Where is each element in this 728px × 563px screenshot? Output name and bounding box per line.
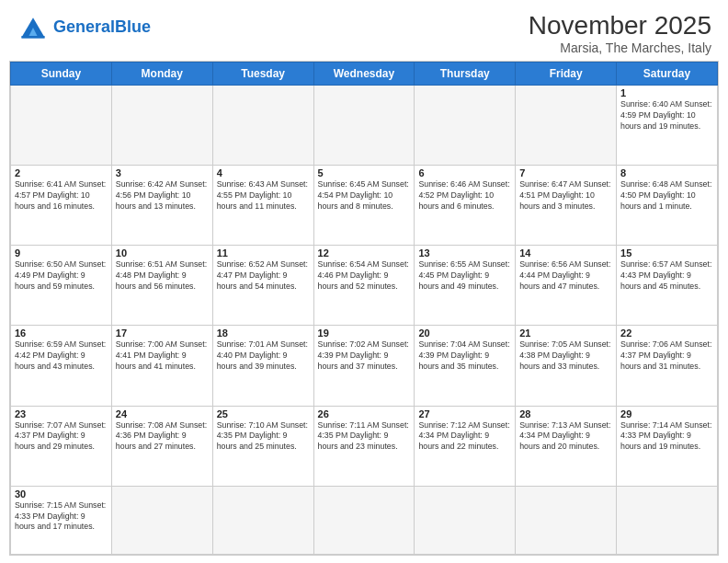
day-info: Sunrise: 6:46 AM Sunset: 4:52 PM Dayligh… bbox=[418, 179, 511, 213]
logo: GeneralBlue bbox=[17, 11, 151, 44]
cal-cell: 25Sunrise: 7:10 AM Sunset: 4:35 PM Dayli… bbox=[212, 406, 313, 486]
cal-cell: 14Sunrise: 6:56 AM Sunset: 4:44 PM Dayli… bbox=[516, 246, 617, 326]
day-info: Sunrise: 6:48 AM Sunset: 4:50 PM Dayligh… bbox=[620, 179, 713, 213]
day-header-thursday: Thursday bbox=[415, 63, 516, 86]
day-number: 7 bbox=[519, 167, 612, 178]
cal-cell: 12Sunrise: 6:54 AM Sunset: 4:46 PM Dayli… bbox=[313, 246, 415, 326]
cal-cell bbox=[617, 486, 718, 554]
day-info: Sunrise: 6:43 AM Sunset: 4:55 PM Dayligh… bbox=[217, 179, 310, 213]
day-info: Sunrise: 7:15 AM Sunset: 4:33 PM Dayligh… bbox=[15, 500, 108, 534]
day-header-saturday: Saturday bbox=[617, 63, 718, 86]
day-info: Sunrise: 6:45 AM Sunset: 4:54 PM Dayligh… bbox=[318, 179, 411, 213]
cal-cell: 7Sunrise: 6:47 AM Sunset: 4:51 PM Daylig… bbox=[516, 166, 617, 246]
logo-text: GeneralBlue bbox=[53, 18, 151, 37]
day-info: Sunrise: 7:06 AM Sunset: 4:37 PM Dayligh… bbox=[620, 339, 713, 373]
cal-cell: 16Sunrise: 6:59 AM Sunset: 4:42 PM Dayli… bbox=[11, 326, 112, 406]
day-number: 5 bbox=[318, 167, 411, 178]
cal-cell: 22Sunrise: 7:06 AM Sunset: 4:37 PM Dayli… bbox=[617, 326, 718, 406]
cal-cell: 13Sunrise: 6:55 AM Sunset: 4:45 PM Dayli… bbox=[415, 246, 516, 326]
day-number: 28 bbox=[519, 408, 612, 419]
cal-cell: 2Sunrise: 6:41 AM Sunset: 4:57 PM Daylig… bbox=[11, 166, 112, 246]
cal-cell bbox=[516, 486, 617, 554]
day-info: Sunrise: 6:56 AM Sunset: 4:44 PM Dayligh… bbox=[519, 259, 612, 293]
day-info: Sunrise: 7:11 AM Sunset: 4:35 PM Dayligh… bbox=[318, 420, 411, 454]
cal-cell: 30Sunrise: 7:15 AM Sunset: 4:33 PM Dayli… bbox=[11, 486, 112, 554]
cal-cell: 18Sunrise: 7:01 AM Sunset: 4:40 PM Dayli… bbox=[212, 326, 313, 406]
header: GeneralBlue November 2025 Marsia, The Ma… bbox=[0, 0, 728, 61]
day-info: Sunrise: 7:07 AM Sunset: 4:37 PM Dayligh… bbox=[15, 420, 108, 454]
week-row-1: 2Sunrise: 6:41 AM Sunset: 4:57 PM Daylig… bbox=[11, 166, 718, 246]
cal-cell bbox=[415, 86, 516, 166]
calendar: SundayMondayTuesdayWednesdayThursdayFrid… bbox=[9, 61, 719, 556]
cal-cell: 5Sunrise: 6:45 AM Sunset: 4:54 PM Daylig… bbox=[313, 166, 415, 246]
day-number: 27 bbox=[418, 408, 511, 419]
cal-cell bbox=[111, 486, 212, 554]
day-info: Sunrise: 6:41 AM Sunset: 4:57 PM Dayligh… bbox=[15, 179, 108, 213]
day-number: 26 bbox=[318, 408, 411, 419]
day-number: 22 bbox=[620, 327, 713, 339]
day-info: Sunrise: 7:10 AM Sunset: 4:35 PM Dayligh… bbox=[217, 420, 310, 454]
day-info: Sunrise: 6:54 AM Sunset: 4:46 PM Dayligh… bbox=[318, 259, 411, 293]
day-header-wednesday: Wednesday bbox=[313, 63, 415, 86]
cal-cell: 19Sunrise: 7:02 AM Sunset: 4:39 PM Dayli… bbox=[313, 326, 415, 406]
day-info: Sunrise: 6:55 AM Sunset: 4:45 PM Dayligh… bbox=[418, 259, 511, 293]
day-number: 20 bbox=[418, 327, 511, 339]
cal-table: SundayMondayTuesdayWednesdayThursdayFrid… bbox=[10, 62, 718, 555]
day-number: 3 bbox=[116, 167, 209, 178]
day-header-row: SundayMondayTuesdayWednesdayThursdayFrid… bbox=[11, 63, 718, 86]
day-info: Sunrise: 7:02 AM Sunset: 4:39 PM Dayligh… bbox=[318, 339, 411, 373]
day-header-tuesday: Tuesday bbox=[212, 63, 313, 86]
cal-cell bbox=[313, 86, 415, 166]
day-number: 19 bbox=[318, 327, 411, 339]
page: GeneralBlue November 2025 Marsia, The Ma… bbox=[0, 0, 728, 563]
week-row-2: 9Sunrise: 6:50 AM Sunset: 4:49 PM Daylig… bbox=[11, 246, 718, 326]
day-header-sunday: Sunday bbox=[11, 63, 112, 86]
cal-cell: 15Sunrise: 6:57 AM Sunset: 4:43 PM Dayli… bbox=[617, 246, 718, 326]
day-number: 16 bbox=[15, 327, 108, 339]
day-number: 25 bbox=[217, 408, 310, 419]
day-number: 15 bbox=[620, 247, 713, 259]
month-year: November 2025 bbox=[529, 11, 711, 40]
logo-blue: Blue bbox=[115, 17, 151, 36]
cal-cell: 20Sunrise: 7:04 AM Sunset: 4:39 PM Dayli… bbox=[415, 326, 516, 406]
cal-cell: 1Sunrise: 6:40 AM Sunset: 4:59 PM Daylig… bbox=[617, 86, 718, 166]
week-row-4: 23Sunrise: 7:07 AM Sunset: 4:37 PM Dayli… bbox=[11, 406, 718, 486]
cal-cell bbox=[212, 86, 313, 166]
svg-rect-2 bbox=[21, 36, 44, 39]
cal-cell: 9Sunrise: 6:50 AM Sunset: 4:49 PM Daylig… bbox=[11, 246, 112, 326]
week-row-0: 1Sunrise: 6:40 AM Sunset: 4:59 PM Daylig… bbox=[11, 86, 718, 166]
cal-cell: 23Sunrise: 7:07 AM Sunset: 4:37 PM Dayli… bbox=[11, 406, 112, 486]
day-info: Sunrise: 7:01 AM Sunset: 4:40 PM Dayligh… bbox=[217, 339, 310, 373]
day-info: Sunrise: 7:04 AM Sunset: 4:39 PM Dayligh… bbox=[418, 339, 511, 373]
day-info: Sunrise: 6:52 AM Sunset: 4:47 PM Dayligh… bbox=[217, 259, 310, 293]
location: Marsia, The Marches, Italy bbox=[529, 40, 711, 55]
cal-cell bbox=[212, 486, 313, 554]
day-info: Sunrise: 6:50 AM Sunset: 4:49 PM Dayligh… bbox=[15, 259, 108, 293]
day-number: 24 bbox=[116, 408, 209, 419]
day-info: Sunrise: 6:59 AM Sunset: 4:42 PM Dayligh… bbox=[15, 339, 108, 373]
cal-cell: 4Sunrise: 6:43 AM Sunset: 4:55 PM Daylig… bbox=[212, 166, 313, 246]
day-header-friday: Friday bbox=[516, 63, 617, 86]
cal-cell: 17Sunrise: 7:00 AM Sunset: 4:41 PM Dayli… bbox=[111, 326, 212, 406]
cal-cell bbox=[415, 486, 516, 554]
day-info: Sunrise: 6:51 AM Sunset: 4:48 PM Dayligh… bbox=[116, 259, 209, 293]
day-number: 4 bbox=[217, 167, 310, 178]
day-number: 12 bbox=[318, 247, 411, 259]
cal-cell bbox=[313, 486, 415, 554]
cal-cell bbox=[111, 86, 212, 166]
cal-cell: 29Sunrise: 7:14 AM Sunset: 4:33 PM Dayli… bbox=[617, 406, 718, 486]
day-number: 13 bbox=[418, 247, 511, 259]
day-info: Sunrise: 7:13 AM Sunset: 4:34 PM Dayligh… bbox=[519, 420, 612, 454]
week-row-3: 16Sunrise: 6:59 AM Sunset: 4:42 PM Dayli… bbox=[11, 326, 718, 406]
day-number: 9 bbox=[15, 247, 108, 259]
cal-cell: 6Sunrise: 6:46 AM Sunset: 4:52 PM Daylig… bbox=[415, 166, 516, 246]
day-number: 10 bbox=[116, 247, 209, 259]
title-block: November 2025 Marsia, The Marches, Italy bbox=[529, 11, 711, 55]
day-number: 30 bbox=[15, 488, 108, 500]
day-info: Sunrise: 7:05 AM Sunset: 4:38 PM Dayligh… bbox=[519, 339, 612, 373]
cal-cell: 26Sunrise: 7:11 AM Sunset: 4:35 PM Dayli… bbox=[313, 406, 415, 486]
cal-cell: 28Sunrise: 7:13 AM Sunset: 4:34 PM Dayli… bbox=[516, 406, 617, 486]
day-info: Sunrise: 6:57 AM Sunset: 4:43 PM Dayligh… bbox=[620, 259, 713, 293]
day-number: 29 bbox=[620, 408, 713, 419]
day-number: 8 bbox=[620, 167, 713, 178]
